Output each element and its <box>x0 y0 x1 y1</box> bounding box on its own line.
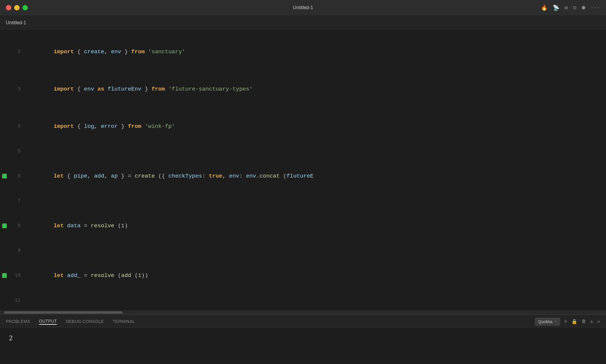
code-container[interactable]: 2 import { create, env } from 'sanctuary… <box>0 30 606 310</box>
line-content-8: let data = resolve (1) <box>27 207 606 244</box>
line-number-9: 9 <box>9 244 27 257</box>
line-content-2: import { create, env } from 'sanctuary' <box>27 33 606 70</box>
tab-terminal[interactable]: TERMINAL <box>113 319 135 324</box>
minimize-button[interactable] <box>14 5 20 10</box>
split-icon[interactable]: ⊟ <box>573 4 576 11</box>
h-scrollbar-thumb[interactable] <box>4 311 123 314</box>
more-icon[interactable]: ··· <box>591 5 600 11</box>
code-line-7: 7 <box>0 195 606 207</box>
line-number-4: 4 <box>9 120 27 133</box>
code-line-2: 2 import { create, env } from 'sanctuary… <box>0 33 606 70</box>
code-line-8: 8 let data = resolve (1) <box>0 207 606 244</box>
broadcast-icon[interactable]: 📡 <box>553 4 559 11</box>
line-content-12: pipe ([ <box>27 307 606 310</box>
panel-actions: Quokka ▾ ≡ 🔒 🗑 ∧ ✕ <box>535 318 600 326</box>
filter-icon[interactable]: ≡ <box>564 319 567 324</box>
status-dot <box>582 6 585 9</box>
line-content-3: import { env as flutureEnv } from 'flutu… <box>27 70 606 108</box>
horizontal-scrollbar[interactable] <box>0 310 606 315</box>
tab-output[interactable]: OUTPUT <box>39 319 57 325</box>
line-content-6: let { pipe, add, ap } = create ({ checkT… <box>27 157 606 195</box>
line-number-8: 8 <box>9 220 27 232</box>
line-number-7: 7 <box>9 195 27 207</box>
tab-problems[interactable]: PROBLEMS <box>6 319 30 324</box>
chevron-down-icon: ▾ <box>555 319 557 324</box>
code-line-11: 11 <box>0 294 606 307</box>
title-bar-actions: 🔥 📡 ⊞ ⊟ ··· <box>541 4 600 11</box>
panel-tab-bar: PROBLEMS OUTPUT DEBUG CONSOLE TERMINAL Q… <box>0 315 606 328</box>
lock-icon[interactable]: 🔒 <box>571 319 577 325</box>
panel-area: PROBLEMS OUTPUT DEBUG CONSOLE TERMINAL Q… <box>0 315 606 364</box>
breakpoint-10 <box>2 273 7 278</box>
code-line-4: 4 import { log, error } from 'wink-fp' <box>0 108 606 145</box>
code-line-10: 10 let add_ = resolve (add (1)) <box>0 257 606 294</box>
line-number-3: 3 <box>9 83 27 95</box>
gutter-10 <box>0 273 9 278</box>
scroll-up-icon[interactable]: ∧ <box>590 319 593 325</box>
clear-icon[interactable]: 🗑 <box>581 319 586 324</box>
traffic-lights <box>6 5 28 10</box>
dropdown-value: Quokka <box>538 319 552 324</box>
close-button[interactable] <box>6 5 11 10</box>
line-number-6: 6 <box>9 170 27 182</box>
layout-icon[interactable]: ⊞ <box>565 4 568 11</box>
code-line-12: 12 pipe ([ <box>0 307 606 310</box>
line-content-4: import { log, error } from 'wink-fp' <box>27 108 606 145</box>
code-line-9: 9 <box>0 244 606 257</box>
maximize-button[interactable] <box>22 5 28 10</box>
breakpoint-6 <box>2 174 7 178</box>
vertical-scrollbar[interactable] <box>602 30 606 310</box>
tab-debug-console[interactable]: DEBUG CONSOLE <box>66 319 104 324</box>
close-panel-icon[interactable]: ✕ <box>597 319 600 325</box>
line-number-11: 11 <box>9 294 27 307</box>
flame-icon[interactable]: 🔥 <box>541 4 547 11</box>
breakpoint-8 <box>2 223 7 228</box>
tab-bar: Untitled-1 <box>0 15 606 30</box>
panel-content: 2 <box>0 328 606 364</box>
line-number-2: 2 <box>9 46 27 58</box>
gutter-6 <box>0 174 9 178</box>
output-line: 2 <box>9 334 597 342</box>
code-line-3: 3 import { env as flutureEnv } from 'flu… <box>0 70 606 108</box>
gutter-8 <box>0 223 9 228</box>
line-number-5: 5 <box>9 145 27 157</box>
title-bar: Untitled-1 🔥 📡 ⊞ ⊟ ··· <box>0 0 606 15</box>
line-content-10: let add_ = resolve (add (1)) <box>27 257 606 294</box>
output-source-dropdown[interactable]: Quokka ▾ <box>535 318 560 326</box>
window-title: Untitled-1 <box>293 5 313 10</box>
code-line-6: 6 let { pipe, add, ap } = create ({ chec… <box>0 157 606 195</box>
editor-area: 2 import { create, env } from 'sanctuary… <box>0 30 606 315</box>
editor-tab[interactable]: Untitled-1 <box>6 20 26 25</box>
line-number-10: 10 <box>9 269 27 282</box>
code-line-5: 5 <box>0 145 606 157</box>
